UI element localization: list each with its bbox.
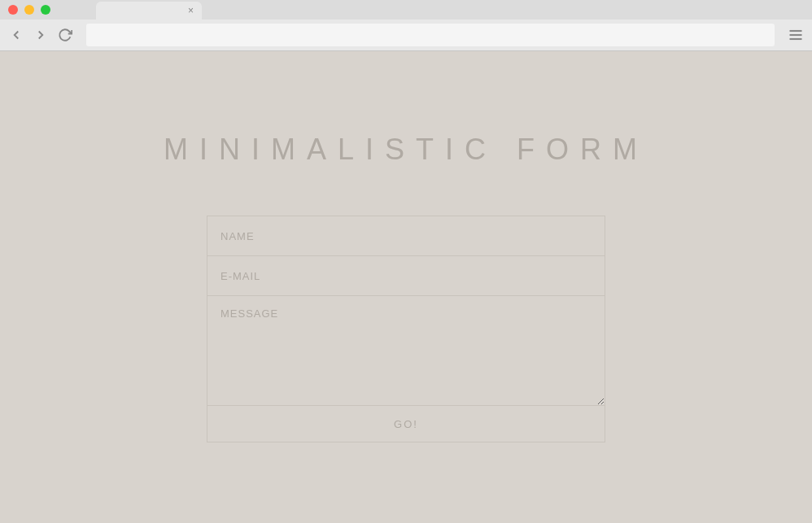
page-title: MINIMALISTIC FORM bbox=[164, 133, 648, 167]
reload-icon bbox=[58, 28, 72, 42]
contact-form: GO! bbox=[207, 216, 605, 442]
reload-button[interactable] bbox=[57, 27, 73, 43]
maximize-window-button[interactable] bbox=[41, 5, 50, 15]
browser-tab[interactable]: × bbox=[96, 2, 202, 20]
back-button[interactable] bbox=[8, 27, 24, 43]
submit-button[interactable]: GO! bbox=[207, 405, 605, 442]
address-bar[interactable] bbox=[86, 24, 775, 46]
close-tab-icon[interactable]: × bbox=[188, 6, 194, 15]
menu-button[interactable] bbox=[788, 27, 804, 43]
tab-bar: × bbox=[0, 0, 812, 20]
message-field[interactable] bbox=[207, 295, 605, 406]
arrow-right-icon bbox=[33, 28, 48, 42]
window-controls bbox=[8, 5, 50, 15]
close-window-button[interactable] bbox=[8, 5, 18, 15]
hamburger-icon bbox=[788, 27, 804, 43]
email-field[interactable] bbox=[207, 255, 605, 296]
name-field[interactable] bbox=[207, 216, 605, 256]
minimize-window-button[interactable] bbox=[24, 5, 34, 15]
arrow-left-icon bbox=[9, 28, 24, 42]
browser-toolbar bbox=[0, 20, 812, 50]
forward-button[interactable] bbox=[33, 27, 49, 43]
page-content: MINIMALISTIC FORM GO! bbox=[0, 51, 812, 523]
browser-chrome: × bbox=[0, 0, 812, 51]
